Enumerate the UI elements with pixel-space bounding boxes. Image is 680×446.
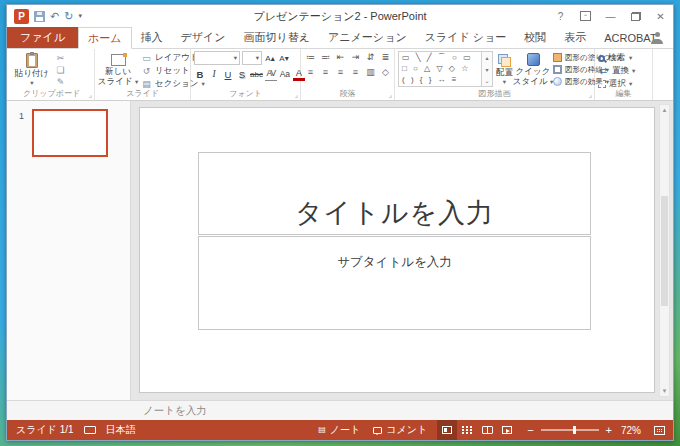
zoom-slider[interactable] [541, 429, 599, 431]
tab-slideshow[interactable]: スライド ショー [416, 27, 516, 48]
change-case-button[interactable]: Aa [279, 68, 291, 81]
notes-placeholder-text: ノートを入力 [143, 404, 207, 418]
reset-icon: ↺ [141, 66, 152, 76]
editing-buttons: 検索 ⇄置換▾ 選択▾ [598, 51, 635, 87]
character-spacing-button[interactable]: AV [265, 67, 277, 81]
drawing-dialog-launcher-icon[interactable]: ⌟ [589, 91, 592, 98]
paragraph-group-label: 段落 [301, 89, 394, 99]
grow-font-button[interactable]: A▴ [264, 52, 276, 65]
tab-view[interactable]: 表示 [555, 27, 595, 48]
gallery-down-icon[interactable]: ▾ [485, 66, 488, 73]
ribbon: 貼り付け ▾ ✂ ❏ ✎ クリップボード ⌟ 新しい スライド ▾ [7, 49, 673, 101]
replace-button[interactable]: ⇄置換▾ [598, 65, 635, 77]
paste-button[interactable]: 貼り付け ▾ [12, 51, 52, 87]
editing-group-label: 編集 [595, 89, 652, 99]
format-painter-icon[interactable]: ✎ [55, 77, 66, 87]
help-button[interactable]: ? [548, 6, 573, 26]
new-slide-button[interactable]: 新しい スライド ▾ [98, 51, 138, 87]
subtitle-placeholder-text: サブタイトルを入力 [337, 254, 452, 329]
zoom-in-button[interactable]: + [603, 424, 615, 436]
paragraph-dialog-launcher-icon[interactable]: ⌟ [389, 91, 392, 98]
normal-view-button[interactable] [437, 420, 457, 440]
tab-transitions[interactable]: 画面切り替え [235, 27, 320, 48]
justify-icon[interactable]: ≡ [349, 66, 362, 79]
columns-icon[interactable]: ▥ [364, 66, 377, 79]
redo-icon[interactable]: ↻ [64, 11, 73, 22]
restore-button[interactable] [623, 6, 648, 26]
ribbon-display-options-button[interactable]: ⌃ [573, 6, 598, 26]
line-spacing-icon[interactable]: ⇵ [364, 51, 377, 64]
align-center-icon[interactable]: ≡ [319, 66, 332, 79]
font-size-combobox[interactable]: ▾ [242, 51, 262, 65]
notes-toggle-button[interactable]: ▤ノート [315, 420, 363, 440]
text-shadow-button[interactable]: S [236, 68, 248, 81]
tab-review[interactable]: 校閲 [515, 27, 555, 48]
tab-file[interactable]: ファイル [7, 27, 78, 48]
strikethrough-button[interactable]: abc [250, 68, 263, 81]
gallery-up-icon[interactable]: ▴ [485, 54, 488, 61]
increase-indent-icon[interactable]: ⇥ [349, 51, 362, 64]
zoom-control: − + 72% [524, 424, 641, 436]
subtitle-placeholder[interactable]: サブタイトルを入力 [198, 236, 591, 330]
notes-bar[interactable]: ノートを入力 [7, 400, 673, 420]
zoom-out-button[interactable]: − [524, 424, 536, 436]
fit-to-window-button[interactable] [654, 426, 665, 435]
minimize-button[interactable]: — [598, 6, 623, 26]
shape-gallery[interactable]: ▭ ╲ ╱ ⌒ ○ ▭ □ ○ △ ▽ ◇ ☆ ( ) { } ↔ ≡ ▴ ▾ … [398, 51, 493, 87]
status-bar: スライド 1/1 日本語 ▤ノート コメント − + 72% [7, 420, 673, 440]
scroll-down-icon[interactable]: ▼ [662, 388, 668, 394]
shape-gallery-scroll: ▴ ▾ ⌄ [482, 51, 493, 87]
language-indicator[interactable]: 日本語 [106, 423, 136, 437]
slide-canvas[interactable]: タイトルを入力 サブタイトルを入力 [139, 107, 655, 393]
slides-group-label: スライド [95, 89, 190, 99]
shape-row: ( ) { } ↔ ≡ [402, 75, 478, 85]
zoom-slider-thumb[interactable] [573, 426, 576, 434]
comments-toggle-button[interactable]: コメント [370, 420, 430, 440]
status-left: スライド 1/1 日本語 [7, 423, 136, 437]
cut-icon[interactable]: ✂ [55, 53, 66, 63]
undo-icon[interactable]: ↶ [50, 11, 59, 22]
vertical-scrollbar[interactable]: ▲ ▼ [659, 104, 670, 397]
account-icon[interactable] [651, 32, 663, 44]
save-icon[interactable] [34, 11, 45, 22]
clipboard-group-label: クリップボード [9, 89, 94, 99]
italic-button[interactable]: I [208, 68, 220, 81]
gallery-more-icon[interactable]: ⌄ [484, 77, 489, 84]
slide-thumbnail[interactable] [32, 109, 108, 157]
powerpoint-window: P ↶ ↻ ▾ プレゼンテーション2 - PowerPoint ? ⌃ — ✕ … [6, 4, 674, 441]
scrollbar-thumb[interactable] [661, 196, 668, 306]
copy-icon[interactable]: ❏ [55, 65, 66, 75]
decrease-indent-icon[interactable]: ⇤ [334, 51, 347, 64]
convert-smartart-icon[interactable]: ◇ [379, 66, 392, 79]
quick-styles-button[interactable]: クイック スタイル ▾ [516, 51, 550, 87]
slideshow-view-button[interactable] [497, 420, 517, 440]
keyboard-icon[interactable] [84, 426, 96, 434]
qat-customize-icon[interactable]: ▾ [78, 12, 82, 20]
underline-button[interactable]: U [222, 68, 234, 81]
zoom-percentage[interactable]: 72% [615, 425, 641, 436]
reading-view-button[interactable] [477, 420, 497, 440]
clipboard-dialog-launcher-icon[interactable]: ⌟ [89, 91, 92, 98]
titlebar: P ↶ ↻ ▾ プレゼンテーション2 - PowerPoint ? ⌃ — ✕ [7, 5, 673, 27]
shrink-font-button[interactable]: A▾ [278, 52, 290, 65]
arrange-button[interactable]: 配置 ▾ [496, 51, 513, 87]
tab-design[interactable]: デザイン [172, 27, 235, 48]
font-dialog-launcher-icon[interactable]: ⌟ [295, 91, 298, 98]
bullets-icon[interactable]: ≔ [304, 51, 317, 64]
bold-button[interactable]: B [194, 68, 206, 81]
close-button[interactable]: ✕ [648, 6, 673, 26]
text-direction-icon[interactable]: ≣ [379, 51, 392, 64]
scroll-up-icon[interactable]: ▲ [662, 107, 668, 113]
font-name-combobox[interactable]: ▾ [194, 51, 240, 65]
align-left-icon[interactable]: ≡ [304, 66, 317, 79]
powerpoint-icon[interactable]: P [14, 9, 29, 24]
quick-styles-icon [527, 53, 540, 66]
tab-insert[interactable]: 挿入 [132, 27, 172, 48]
tab-home[interactable]: ホーム [78, 27, 132, 49]
slide-sorter-view-button[interactable] [457, 420, 477, 440]
title-placeholder[interactable]: タイトルを入力 [198, 152, 591, 235]
find-button[interactable]: 検索 [598, 52, 635, 64]
align-right-icon[interactable]: ≡ [334, 66, 347, 79]
numbering-icon[interactable]: ≕ [319, 51, 332, 64]
tab-animations[interactable]: アニメーション [319, 27, 416, 48]
